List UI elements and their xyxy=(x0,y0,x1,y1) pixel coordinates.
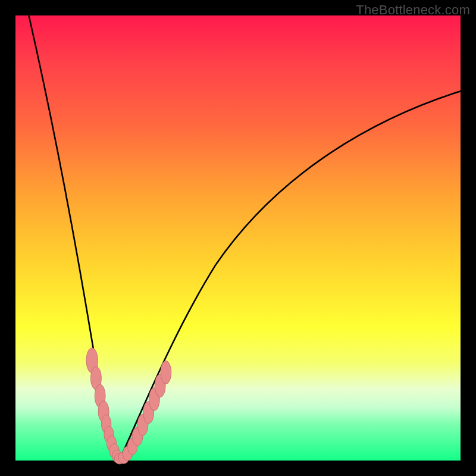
chart-frame: TheBottleneck.com xyxy=(0,0,476,476)
curve-right-branch xyxy=(119,91,461,461)
markers-right-bead xyxy=(161,361,171,384)
chart-svg xyxy=(15,15,461,461)
markers-right xyxy=(118,361,171,464)
markers-left xyxy=(86,348,125,464)
curve-left-branch xyxy=(29,15,119,461)
watermark-text: TheBottleneck.com xyxy=(356,2,470,18)
plot-area xyxy=(15,15,461,461)
